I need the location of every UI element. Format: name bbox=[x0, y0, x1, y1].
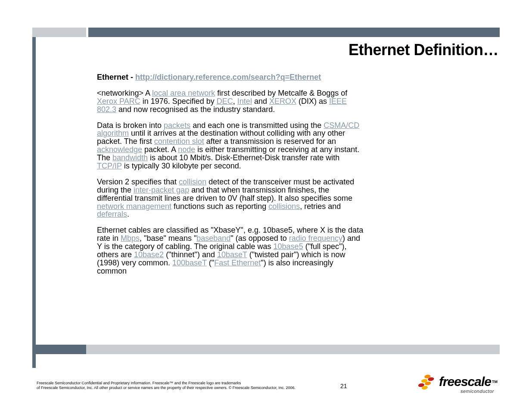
paragraph-2: Data is broken into packets and each one… bbox=[97, 121, 364, 170]
link-acknowledge[interactable]: acknowledge bbox=[97, 145, 142, 154]
link-bandwidth[interactable]: bandwidth bbox=[112, 153, 148, 162]
footer-copyright: Freescale Semiconductor Confidential and… bbox=[37, 381, 312, 391]
link-network-management[interactable]: network management bbox=[97, 202, 171, 211]
link-xerox[interactable]: XEROX bbox=[269, 97, 296, 106]
footnote-line-1: Freescale Semiconductor Confidential and… bbox=[37, 381, 241, 385]
link-10baset[interactable]: 10baseT bbox=[217, 250, 247, 259]
link-deferrals[interactable]: deferrals bbox=[97, 210, 127, 218]
freescale-logo: freescale TM semiconductor bbox=[418, 373, 498, 394]
top-bar-dark bbox=[88, 28, 500, 37]
link-fast-ethernet[interactable]: Fast Ethernet bbox=[214, 258, 261, 267]
link-intel[interactable]: Intel bbox=[237, 97, 252, 106]
logo-trademark: TM bbox=[492, 380, 498, 384]
footnote-line-2: of Freescale Semiconductor, Inc. All oth… bbox=[37, 386, 296, 390]
paragraph-3: Version 2 specifies that collision detec… bbox=[97, 178, 364, 218]
top-bar-light bbox=[32, 28, 86, 37]
top-accent-bar bbox=[0, 27, 532, 38]
link-10base5[interactable]: 10base5 bbox=[274, 242, 303, 251]
logo-wordmark: freescale bbox=[439, 374, 491, 389]
page-number: 21 bbox=[340, 383, 347, 389]
heading-url-link[interactable]: http://dictionary.reference.com/search?q… bbox=[135, 73, 321, 81]
link-mbps[interactable]: Mbps bbox=[121, 234, 140, 243]
link-csma-cd[interactable]: CSMA/CD bbox=[324, 121, 359, 130]
link-baseband[interactable]: baseband bbox=[196, 234, 230, 243]
link-packets[interactable]: packets bbox=[164, 121, 190, 130]
paragraph-1: <networking> A local area network first … bbox=[97, 89, 364, 114]
paragraph-4: Ethernet cables are classified as "Xbase… bbox=[97, 226, 364, 275]
vertical-accent-strip bbox=[32, 37, 36, 368]
link-local-area-network[interactable]: local area network bbox=[152, 89, 215, 97]
link-algorithm[interactable]: algorithm bbox=[97, 129, 129, 137]
bottom-accent-bar bbox=[0, 345, 532, 358]
heading-prefix: Ethernet - bbox=[97, 73, 135, 81]
bottom-bar-dark bbox=[32, 345, 86, 354]
link-contention-slot[interactable]: contention slot bbox=[154, 137, 204, 146]
bottom-bar-light bbox=[86, 345, 500, 354]
link-collisions[interactable]: collisions bbox=[268, 202, 300, 211]
page-title: Ethernet Definition… bbox=[348, 41, 498, 59]
link-dec[interactable]: DEC bbox=[217, 97, 233, 106]
link-10base2[interactable]: 10base2 bbox=[134, 250, 164, 259]
link-100baset[interactable]: 100baseT bbox=[172, 258, 207, 267]
link-radio-frequency[interactable]: radio frequency bbox=[289, 234, 342, 243]
link-collision[interactable]: collision bbox=[179, 177, 206, 186]
freescale-logo-icon bbox=[418, 373, 437, 390]
link-tcp-ip[interactable]: TCP/IP bbox=[97, 162, 122, 170]
link-xerox-parc[interactable]: Xerox PARC bbox=[97, 97, 140, 106]
heading-line: Ethernet - http://dictionary.reference.c… bbox=[97, 73, 364, 81]
link-node[interactable]: node bbox=[178, 145, 195, 154]
link-inter-packet-gap[interactable]: inter-packet gap bbox=[134, 186, 189, 194]
content-body: Ethernet - http://dictionary.reference.c… bbox=[97, 73, 364, 283]
